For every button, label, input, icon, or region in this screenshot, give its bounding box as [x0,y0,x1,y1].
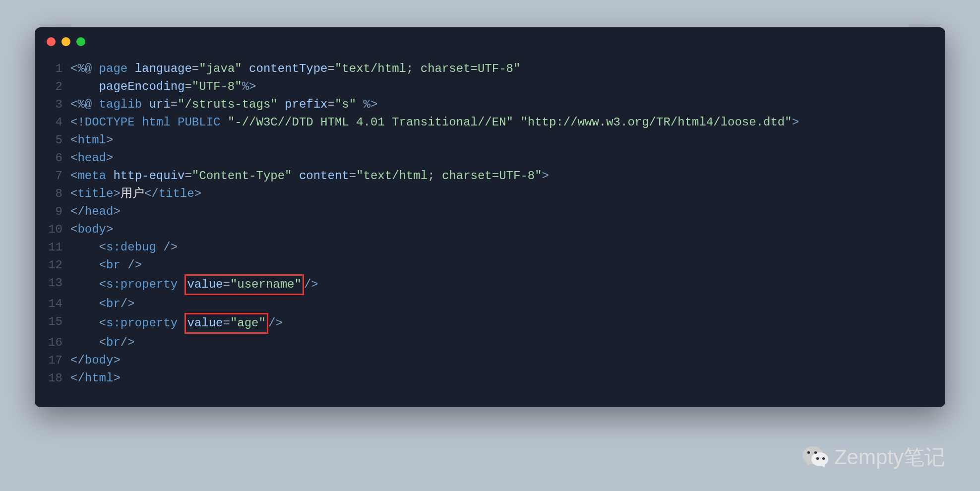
code-line: 17 </body> [47,352,933,369]
code-line: 12 <br /> [47,256,933,274]
code-line: 1 <%@ page language="java" contentType="… [47,60,933,78]
line-content: </html> [70,369,933,387]
watermark: Zempty笔记 [801,443,945,471]
line-number: 4 [47,114,70,131]
line-number: 2 [47,78,70,96]
line-number: 18 [47,369,70,387]
maximize-dot [76,37,85,46]
code-line: 2 pageEncoding="UTF-8"%> [47,78,933,96]
line-content: <br/> [70,334,933,352]
code-line: 4 <!DOCTYPE html PUBLIC "-//W3C//DTD HTM… [47,114,933,131]
code-line: 14 <br/> [47,295,933,313]
line-number: 1 [47,60,70,78]
line-content: <body> [70,221,933,239]
code-line: 8 <title>用户</title> [47,185,933,203]
code-line: 11 <s:debug /> [47,239,933,256]
line-content: <br /> [70,256,933,274]
code-line: 10 <body> [47,221,933,239]
line-content: </body> [70,352,933,369]
code-line: 18 </html> [47,369,933,387]
code-line: 6 <head> [47,149,933,167]
line-number: 14 [47,295,70,313]
line-number: 13 [47,274,70,295]
code-line: 9 </head> [47,203,933,221]
line-content: <s:property value="username"/> [70,274,933,295]
code-line: 13 <s:property value="username"/> [47,274,933,295]
line-content: <s:debug /> [70,239,933,256]
code-line: 3 <%@ taglib uri="/struts-tags" prefix="… [47,96,933,114]
line-number: 8 [47,185,70,203]
line-number: 10 [47,221,70,239]
code-line: 5 <html> [47,131,933,149]
line-content: pageEncoding="UTF-8"%> [70,78,933,96]
line-number: 17 [47,352,70,369]
line-content: <html> [70,131,933,149]
code-line: 7 <meta http-equiv="Content-Type" conten… [47,167,933,185]
line-number: 7 [47,167,70,185]
line-number: 3 [47,96,70,114]
highlight-username: value="username" [184,274,304,295]
line-content: <head> [70,149,933,167]
watermark-text: Zempty笔记 [834,443,945,471]
minimize-dot [61,37,70,46]
line-content: <%@ taglib uri="/struts-tags" prefix="s"… [70,96,933,114]
line-number: 5 [47,131,70,149]
line-number: 6 [47,149,70,167]
wechat-icon [801,443,829,471]
line-content: </head> [70,203,933,221]
line-content: <title>用户</title> [70,185,933,203]
code-line: 15 <s:property value="age"/> [47,313,933,334]
highlight-age: value="age" [184,313,268,334]
line-number: 12 [47,256,70,274]
line-content: <br/> [70,295,933,313]
window-controls [35,27,945,50]
code-window: 1 <%@ page language="java" contentType="… [35,27,945,407]
close-dot [47,37,56,46]
line-content: <meta http-equiv="Content-Type" content=… [70,167,933,185]
line-number: 11 [47,239,70,256]
line-number: 9 [47,203,70,221]
line-content: <%@ page language="java" contentType="te… [70,60,933,78]
code-line: 16 <br/> [47,334,933,352]
line-content: <s:property value="age"/> [70,313,933,334]
line-content: <!DOCTYPE html PUBLIC "-//W3C//DTD HTML … [70,114,933,131]
code-content: 1 <%@ page language="java" contentType="… [35,50,945,407]
line-number: 16 [47,334,70,352]
line-number: 15 [47,313,70,334]
